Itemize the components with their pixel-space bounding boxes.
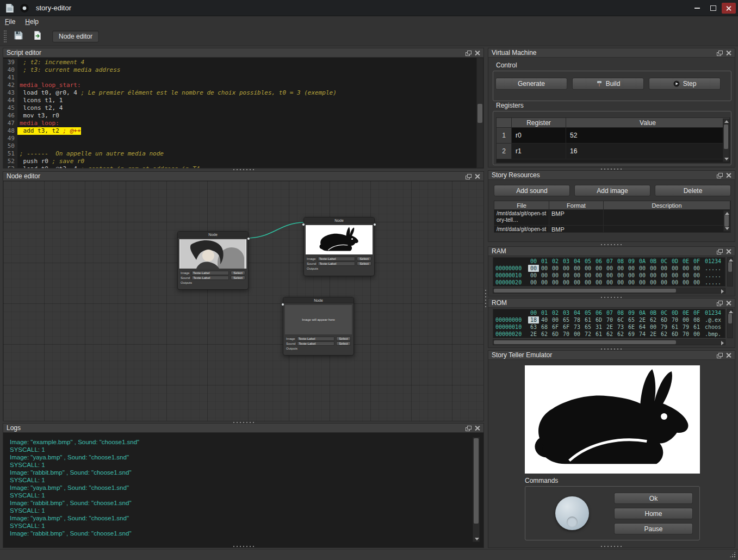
hex-row[interactable]: 000000001840006578616D706C652E626D700008… bbox=[493, 316, 725, 323]
log-output[interactable]: Image: "example.bmp" , Sound: "choose1.s… bbox=[3, 433, 483, 547]
file-column-header[interactable]: File bbox=[494, 201, 549, 210]
scroll-up-icon[interactable] bbox=[724, 120, 729, 123]
scroll-down-icon[interactable] bbox=[725, 227, 729, 230]
registers-scrollbar[interactable] bbox=[723, 119, 729, 162]
hex-row[interactable]: 000000202E626D70007261626269742E626D7000… bbox=[493, 331, 725, 338]
ram-horizontal-scrollbar[interactable] bbox=[493, 288, 725, 294]
home-button[interactable]: Home bbox=[614, 508, 693, 519]
close-panel-icon[interactable] bbox=[725, 248, 731, 254]
hex-row[interactable]: 0000000000000000000000000000000000000000… bbox=[493, 265, 725, 272]
output-port[interactable] bbox=[373, 223, 376, 226]
input-port[interactable] bbox=[281, 303, 284, 306]
ram-hex-view[interactable]: 000102030405060708090A0B0C0D0E0F01234567… bbox=[493, 257, 725, 287]
node-editor-titlebar[interactable]: Node editor bbox=[3, 172, 483, 181]
scroll-right-icon[interactable] bbox=[721, 341, 724, 345]
close-panel-icon[interactable] bbox=[725, 300, 731, 306]
toolbar-drag-handle[interactable] bbox=[4, 30, 7, 42]
float-panel-icon[interactable] bbox=[716, 352, 722, 358]
description-column-header[interactable]: Description bbox=[604, 201, 730, 210]
scrollbar-thumb[interactable] bbox=[728, 314, 732, 323]
node-title-bar[interactable]: Node bbox=[178, 232, 248, 238]
rom-titlebar[interactable]: ROM bbox=[488, 298, 735, 308]
node-image-text-field[interactable]: Texte-Label bbox=[191, 271, 230, 275]
menu-help[interactable]: Help bbox=[20, 17, 44, 26]
hex-row[interactable]: 0000001000000000000000000000000000000000… bbox=[493, 272, 725, 279]
scroll-up-icon[interactable] bbox=[729, 310, 733, 313]
node-image-select-button[interactable]: Select bbox=[336, 337, 351, 341]
node-image-text-field[interactable]: Texte-Label bbox=[318, 257, 356, 261]
story-resources-titlebar[interactable]: Story Resources bbox=[488, 171, 735, 180]
step-button[interactable]: Step bbox=[649, 78, 721, 90]
menu-file[interactable]: File bbox=[0, 17, 20, 26]
node-editor-toggle-button[interactable]: Node editor bbox=[52, 30, 99, 42]
float-panel-icon[interactable] bbox=[716, 172, 722, 178]
scrollbar-thumb[interactable] bbox=[477, 104, 482, 122]
rom-vertical-scrollbar[interactable] bbox=[727, 309, 733, 338]
input-port[interactable] bbox=[302, 223, 305, 226]
maximize-button[interactable] bbox=[706, 3, 720, 14]
close-panel-icon[interactable] bbox=[725, 50, 731, 56]
node-sound-select-button[interactable]: Select bbox=[336, 341, 351, 346]
delete-button[interactable]: Delete bbox=[655, 185, 731, 196]
node-sound-select-button[interactable]: Select bbox=[357, 262, 371, 266]
logs-scrollbar[interactable] bbox=[473, 437, 480, 542]
node-sound-text-field[interactable]: Texte-Label bbox=[191, 276, 229, 280]
scrollbar-thumb[interactable] bbox=[494, 340, 676, 344]
float-panel-icon[interactable] bbox=[716, 300, 722, 306]
float-panel-icon[interactable] bbox=[716, 248, 722, 254]
script-editor[interactable]: 39 ; t2: increment 440 ; t3: current med… bbox=[3, 58, 483, 168]
scrollbar-thumb[interactable] bbox=[494, 289, 676, 293]
export-button[interactable] bbox=[30, 29, 45, 43]
build-button[interactable]: Build bbox=[572, 78, 644, 90]
node-connection-wire[interactable] bbox=[249, 222, 303, 238]
scroll-down-icon[interactable] bbox=[724, 158, 729, 160]
script-editor-scrollbar[interactable] bbox=[476, 58, 483, 168]
registers-table[interactable]: Register Value 1r0522r116 bbox=[496, 117, 730, 163]
emulator-titlebar[interactable]: Story Teller Emulator bbox=[488, 351, 735, 360]
float-panel-icon[interactable] bbox=[716, 50, 722, 56]
float-panel-icon[interactable] bbox=[465, 173, 471, 179]
script-editor-titlebar[interactable]: Script editor bbox=[3, 48, 483, 58]
rom-horizontal-scrollbar[interactable] bbox=[493, 339, 725, 345]
scrollbar-thumb[interactable] bbox=[724, 215, 729, 227]
node-sound-text-field[interactable]: Texte-Label bbox=[318, 262, 355, 266]
value-column-header[interactable]: Value bbox=[566, 118, 730, 128]
scroll-down-icon[interactable] bbox=[475, 538, 479, 540]
float-panel-icon[interactable] bbox=[465, 50, 471, 56]
node-image-select-button[interactable]: Select bbox=[231, 271, 245, 275]
close-panel-icon[interactable] bbox=[725, 352, 731, 358]
hex-row[interactable]: 0000001063686F6F7365312E736E640079617961… bbox=[493, 323, 725, 331]
save-button[interactable] bbox=[11, 29, 26, 43]
close-panel-icon[interactable] bbox=[474, 50, 480, 56]
resources-table[interactable]: File Format Description /mnt/data/git/op… bbox=[494, 201, 731, 233]
minimize-button[interactable] bbox=[690, 3, 704, 14]
add-sound-button[interactable]: Add sound bbox=[494, 185, 570, 196]
close-panel-icon[interactable] bbox=[474, 173, 480, 179]
add-image-button[interactable]: Add image bbox=[574, 185, 650, 196]
register-row[interactable]: 2r116 bbox=[497, 144, 730, 159]
node-sound-select-button[interactable]: Select bbox=[231, 276, 245, 280]
resize-grip[interactable] bbox=[729, 551, 736, 558]
node-editor-canvas[interactable]: Node Image Texte-Label Select bbox=[3, 181, 483, 421]
rom-hex-view[interactable]: 000102030405060708090A0B0C0D0E0F01234567… bbox=[493, 309, 725, 338]
node-title-bar[interactable]: Node bbox=[304, 217, 374, 223]
ram-titlebar[interactable]: RAM bbox=[488, 247, 735, 256]
media-node-1[interactable]: Node Image Texte-Label Select bbox=[177, 231, 249, 290]
scrollbar-thumb[interactable] bbox=[728, 262, 732, 272]
ok-button[interactable]: Ok bbox=[614, 493, 693, 504]
ram-vertical-scrollbar[interactable] bbox=[727, 257, 733, 287]
close-panel-icon[interactable] bbox=[474, 425, 480, 431]
splitter-handle[interactable] bbox=[600, 545, 623, 547]
node-title-bar[interactable]: Node bbox=[283, 297, 354, 303]
titlebar[interactable]: story-editor bbox=[0, 0, 738, 16]
resource-row[interactable]: /mnt/data/git/open-story-tell…BMP bbox=[494, 226, 730, 233]
media-node-2[interactable]: Node Image Texte-Label Select Sound Text… bbox=[303, 217, 375, 276]
generate-button[interactable]: Generate bbox=[495, 78, 567, 90]
resources-scrollbar[interactable] bbox=[723, 210, 730, 232]
splitter-handle[interactable] bbox=[232, 169, 255, 171]
pause-button[interactable]: Pause bbox=[614, 523, 693, 534]
format-column-header[interactable]: Format bbox=[549, 201, 604, 210]
virtual-machine-titlebar[interactable]: Virtual Machine bbox=[488, 48, 735, 58]
register-row[interactable]: 1r052 bbox=[497, 128, 730, 144]
scroll-up-icon[interactable] bbox=[729, 259, 733, 262]
